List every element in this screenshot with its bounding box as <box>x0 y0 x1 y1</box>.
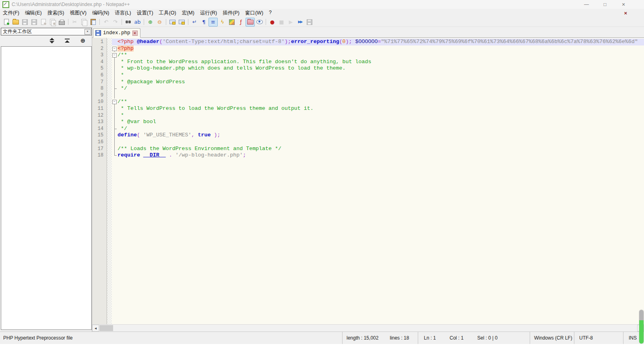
code-text[interactable]: <?php @header('Content-Type:text/html;ch… <box>118 39 644 45</box>
code-line-4[interactable]: 4 * Front to the WordPress application. … <box>92 59 644 66</box>
new-file-icon[interactable] <box>2 18 11 27</box>
code-line-9[interactable]: 9 <box>92 92 644 99</box>
code-line-10[interactable]: 10−/** <box>92 99 644 105</box>
bookmark-cell[interactable] <box>107 146 112 152</box>
code-text[interactable]: */ <box>118 85 644 92</box>
bookmark-cell[interactable] <box>107 39 112 45</box>
word-wrap-icon[interactable]: ↵ <box>190 18 199 27</box>
print-icon[interactable] <box>57 18 66 27</box>
horizontal-scrollbar[interactable]: ◂ ▸ <box>92 324 644 332</box>
bookmark-cell[interactable] <box>107 112 112 119</box>
expand-all-icon[interactable] <box>50 38 54 43</box>
panel-close-icon[interactable]: × <box>85 29 91 35</box>
code-text[interactable] <box>118 139 644 146</box>
fold-collapse-icon[interactable]: − <box>112 45 118 52</box>
code-line-18[interactable]: 18require __DIR__ . '/wp-blog-header.php… <box>92 152 644 159</box>
bookmark-cell[interactable] <box>107 105 112 112</box>
code-text[interactable]: /** <box>118 99 644 105</box>
function-completion-icon[interactable]: ϟ <box>218 18 227 27</box>
code-line-5[interactable]: 5 * wp-blog-header.php which does and te… <box>92 65 644 72</box>
code-line-6[interactable]: 6 * <box>92 72 644 79</box>
code-line-12[interactable]: 12 * <box>92 112 644 119</box>
code-text[interactable]: * Tells WordPress to load the WordPress … <box>118 105 644 112</box>
zoom-in-icon[interactable]: ⊕ <box>146 18 155 27</box>
tab-close-icon[interactable]: × <box>132 31 138 36</box>
close-button[interactable]: × <box>614 0 633 9</box>
zoom-out-icon[interactable]: ⊖ <box>155 18 164 27</box>
fold-collapse-icon[interactable]: − <box>112 52 118 59</box>
code-text[interactable]: * Front to the WordPress application. Th… <box>118 59 644 66</box>
bookmark-cell[interactable] <box>107 92 112 99</box>
menu-macro[interactable]: 宏(M) <box>179 9 197 17</box>
bookmark-cell[interactable] <box>107 79 112 86</box>
indent-guide-icon[interactable]: ≡ <box>208 18 218 27</box>
file-monitoring-icon[interactable] <box>255 18 264 27</box>
code-text[interactable]: * @var bool <box>118 119 644 126</box>
bookmark-cell[interactable] <box>107 65 112 72</box>
code-line-11[interactable]: 11 * Tells WordPress to load the WordPre… <box>92 105 644 112</box>
menu-plugins[interactable]: 插件(P) <box>220 9 242 17</box>
bookmark-cell[interactable] <box>107 85 112 92</box>
minimize-button[interactable]: — <box>577 0 596 9</box>
folder-as-workspace-icon[interactable] <box>246 18 255 27</box>
find-icon[interactable] <box>124 18 133 27</box>
code-text[interactable]: <?php <box>118 45 644 52</box>
code-line-15[interactable]: 15define( 'WP_USE_THEMES', true ); <box>92 132 644 139</box>
menu-help[interactable]: ? <box>266 9 275 17</box>
bookmark-cell[interactable] <box>107 72 112 79</box>
text-area[interactable]: 1<?php @header('Content-Type:text/html;c… <box>92 38 644 324</box>
code-text[interactable]: * <box>118 72 644 79</box>
menu-window[interactable]: 窗口(W) <box>242 9 266 17</box>
bookmark-cell[interactable] <box>107 126 112 132</box>
menu-search[interactable]: 搜索(S) <box>45 9 67 17</box>
code-line-8[interactable]: 8 */ <box>92 85 644 92</box>
eol-format[interactable]: Windows (CR LF) <box>530 332 574 344</box>
code-text[interactable]: * @package WordPress <box>118 79 644 86</box>
scroll-indicator-pill[interactable] <box>639 310 644 344</box>
code-text[interactable]: /** Loads the WordPress Environment and … <box>118 146 644 152</box>
code-line-3[interactable]: 3−/** <box>92 52 644 59</box>
code-text[interactable]: */ <box>118 126 644 132</box>
open-file-icon[interactable] <box>11 18 20 27</box>
menu-encoding[interactable]: 编码(N) <box>89 9 112 17</box>
sync-horizontal-scroll-icon[interactable] <box>177 18 186 27</box>
menu-file[interactable]: 文件(F) <box>0 9 22 17</box>
macro-record-icon[interactable]: ● <box>268 18 277 27</box>
code-line-14[interactable]: 14 */ <box>92 126 644 132</box>
menu-language[interactable]: 语言(L) <box>112 9 134 17</box>
code-text[interactable] <box>118 92 644 99</box>
scroll-left-icon[interactable]: ◂ <box>92 325 99 332</box>
paste-icon[interactable] <box>89 18 98 27</box>
bookmark-cell[interactable] <box>107 52 112 59</box>
bookmark-cell[interactable] <box>107 132 112 139</box>
menu-tools[interactable]: 工具(O) <box>156 9 179 17</box>
menu-edit[interactable]: 编辑(E) <box>22 9 45 17</box>
code-text[interactable]: /** <box>118 52 644 59</box>
macro-run-multiple-icon[interactable]: ▶▶ <box>295 18 305 27</box>
code-text[interactable]: * <box>118 112 644 119</box>
encoding[interactable]: UTF-8 <box>574 332 623 344</box>
bookmark-cell[interactable] <box>107 99 112 105</box>
scrollbar-thumb[interactable] <box>99 325 113 331</box>
workspace-tree[interactable] <box>1 46 92 330</box>
bookmark-cell[interactable] <box>107 45 112 52</box>
bookmark-cell[interactable] <box>107 59 112 66</box>
replace-icon[interactable]: ab <box>133 18 142 27</box>
code-line-7[interactable]: 7 * @package WordPress <box>92 79 644 86</box>
tab-index-php[interactable]: index.php × <box>93 28 140 38</box>
bookmark-cell[interactable] <box>107 119 112 126</box>
bookmark-cell[interactable] <box>107 152 112 159</box>
code-text[interactable]: * wp-blog-header.php which does and tell… <box>118 65 644 72</box>
locate-current-file-icon[interactable]: ⊕ <box>80 37 85 43</box>
code-line-1[interactable]: 1<?php @header('Content-Type:text/html;c… <box>92 39 644 45</box>
bookmark-cell[interactable] <box>107 139 112 146</box>
menu-view[interactable]: 视图(V) <box>67 9 89 17</box>
code-text[interactable]: require __DIR__ . '/wp-blog-header.php'; <box>118 152 644 159</box>
show-all-characters-icon[interactable]: ¶ <box>199 18 208 27</box>
code-line-13[interactable]: 13 * @var bool <box>92 119 644 126</box>
collapse-all-icon[interactable] <box>65 39 70 43</box>
scrollbar-track[interactable] <box>99 325 637 332</box>
code-text[interactable]: define( 'WP_USE_THEMES', true ); <box>118 132 644 139</box>
sync-vertical-scroll-icon[interactable] <box>168 18 177 27</box>
document-map-icon[interactable] <box>227 18 236 27</box>
